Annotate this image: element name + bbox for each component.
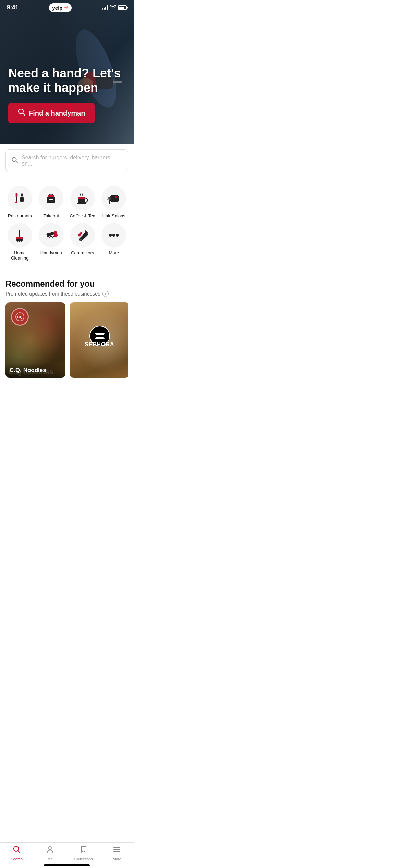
cq-noodles-watermark: C.Q Noodles [8, 367, 53, 376]
svg-line-35 [21, 240, 21, 242]
category-takeout[interactable]: Takeout [37, 186, 66, 219]
info-icon[interactable]: i [102, 291, 109, 297]
takeout-icon [44, 191, 59, 206]
more-icon-wrap [101, 223, 126, 248]
category-cleaning[interactable]: Home Cleaning [5, 223, 34, 261]
takeout-icon-wrap [39, 186, 63, 210]
category-coffee[interactable]: Coffee & Tea [68, 186, 97, 219]
categories-section: Restaurants Takeout [0, 178, 134, 266]
svg-point-40 [80, 239, 82, 241]
restaurants-icon-wrap [8, 186, 32, 210]
svg-point-14 [15, 201, 17, 203]
search-section: Search for burgers, delivery, barbers on… [0, 144, 134, 178]
search-placeholder: Search for burgers, delivery, barbers on… [22, 155, 122, 167]
search-bar[interactable]: Search for burgers, delivery, barbers on… [5, 149, 128, 172]
svg-rect-13 [20, 197, 24, 202]
more-icon [106, 228, 121, 243]
cleaning-icon-wrap [8, 223, 32, 248]
hair-label: Hair Salons [102, 213, 125, 219]
contractors-label: Contractors [71, 250, 94, 256]
hair-icon-wrap [101, 186, 126, 210]
status-time: 9:41 [7, 4, 19, 11]
category-hair[interactable]: Hair Salons [100, 186, 129, 219]
svg-line-6 [23, 113, 25, 116]
hero-content: Need a hand? Let's make it happen Find a… [0, 66, 134, 123]
rec-card-sephora[interactable]: SEPHORA [70, 302, 128, 378]
restaurants-icon [12, 191, 27, 206]
svg-line-29 [107, 199, 108, 200]
bottom-spacer [0, 383, 134, 414]
cq-noodles-logo: CQ [11, 308, 29, 326]
category-restaurants[interactable]: Restaurants [5, 186, 34, 219]
handyman-icon [44, 228, 59, 243]
section-divider [5, 269, 128, 269]
category-contractors[interactable]: Contractors [68, 223, 97, 261]
handyman-icon-wrap [39, 223, 63, 248]
coffee-label: Coffee & Tea [70, 213, 95, 219]
svg-line-27 [107, 197, 108, 197]
search-bar-icon [11, 157, 18, 165]
svg-rect-16 [48, 195, 54, 197]
svg-point-42 [109, 234, 112, 237]
yelp-star-icon: ✳ [64, 5, 68, 10]
hero-section: Need a hand? Let's make it happen Find a… [0, 0, 134, 144]
svg-point-44 [116, 234, 119, 237]
svg-rect-26 [108, 197, 111, 200]
cleaning-label: Home Cleaning [5, 250, 34, 261]
svg-point-25 [115, 196, 117, 198]
svg-line-8 [16, 161, 17, 163]
hero-title: Need a hand? Let's make it happen [8, 66, 125, 95]
categories-grid: Restaurants Takeout [5, 186, 128, 261]
recommended-title: Recommended for you [5, 279, 128, 289]
contractors-icon-wrap [70, 223, 95, 248]
svg-point-43 [112, 234, 115, 237]
rec-card-cq-noodles[interactable]: CQ C.Q. Noodles C.Q Noodles [5, 302, 65, 378]
status-bar: 9:41 yelp ✳ [0, 0, 134, 15]
recommended-cards: CQ C.Q. Noodles C.Q Noodles [5, 302, 128, 378]
battery-icon [118, 5, 127, 10]
svg-rect-24 [110, 198, 119, 202]
search-icon [18, 108, 25, 118]
sephora-name: SEPHORA [85, 341, 114, 347]
status-icons [102, 5, 127, 10]
sephora-lines [95, 333, 105, 339]
coffee-icon-wrap [70, 186, 95, 210]
coffee-icon [75, 191, 90, 206]
contractors-icon [75, 228, 90, 243]
signal-icon [102, 5, 108, 10]
category-handyman[interactable]: Handyman [37, 223, 66, 261]
handyman-label: Handyman [40, 250, 62, 256]
category-more[interactable]: More [100, 223, 129, 261]
cq-noodles-bg: CQ C.Q. Noodles C.Q Noodles [5, 302, 65, 378]
restaurants-label: Restaurants [8, 213, 32, 219]
cleaning-icon [12, 228, 27, 243]
recommended-section: Recommended for you Promoted updates fro… [0, 272, 134, 383]
svg-rect-11 [16, 193, 17, 197]
svg-rect-37 [16, 237, 23, 239]
svg-rect-12 [21, 193, 23, 197]
yelp-logo-text: yelp [52, 5, 63, 11]
recommended-subtitle: Promoted updates from these businesses i [5, 291, 128, 297]
sephora-bg: SEPHORA [70, 302, 128, 378]
svg-rect-20 [78, 197, 85, 199]
svg-line-33 [18, 240, 18, 242]
svg-text:CQ: CQ [17, 315, 23, 319]
yelp-logo: yelp ✳ [49, 3, 72, 12]
takeout-label: Takeout [43, 213, 59, 219]
wifi-icon [110, 5, 116, 10]
hair-icon [106, 191, 121, 206]
find-handyman-button[interactable]: Find a handyman [8, 103, 95, 123]
find-handyman-label: Find a handyman [29, 109, 85, 117]
more-label: More [109, 250, 119, 256]
